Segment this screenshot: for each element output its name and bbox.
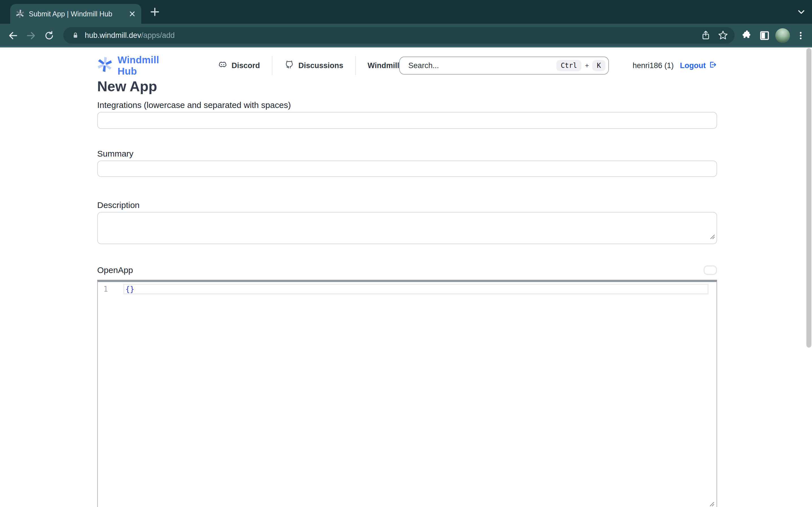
openapp-code-editor[interactable]: 1 {} xyxy=(97,280,717,507)
url-path: /apps/add xyxy=(141,31,175,40)
side-panel-icon[interactable] xyxy=(758,29,771,42)
address-bar[interactable]: hub.windmill.dev/apps/add xyxy=(63,27,735,44)
integrations-input[interactable] xyxy=(97,112,717,129)
url-host: hub.windmill.dev xyxy=(85,31,141,40)
editor-current-line xyxy=(123,284,708,294)
openapp-label: OpenApp xyxy=(97,266,133,275)
nav-link-discord[interactable]: Discord xyxy=(217,60,260,72)
site-header: Windmill Hub Discord Discussions xyxy=(97,53,717,78)
account-area: henri186 (1) Logout xyxy=(633,60,717,71)
forward-icon[interactable] xyxy=(24,29,38,42)
bookmark-star-icon[interactable] xyxy=(717,30,729,41)
search-input[interactable] xyxy=(407,61,556,71)
reload-icon[interactable] xyxy=(42,29,56,42)
site-nav: Discord Discussions Windmill xyxy=(217,56,399,75)
share-icon[interactable] xyxy=(700,30,711,41)
openapp-toggle[interactable] xyxy=(703,265,717,275)
extensions-icon[interactable] xyxy=(740,29,753,42)
browser-menu-icon[interactable] xyxy=(795,29,806,42)
nav-label: Discord xyxy=(232,61,260,70)
page-scrollbar[interactable] xyxy=(806,48,811,348)
browser-toolbar: hub.windmill.dev/apps/add xyxy=(0,24,812,48)
nav-label: Windmill xyxy=(368,61,399,70)
page-content: Windmill Hub Discord Discussions xyxy=(0,48,812,507)
profile-avatar[interactable] xyxy=(775,28,790,43)
discord-icon xyxy=(217,60,228,72)
discussions-icon xyxy=(284,60,294,72)
browser-window: Submit App | Windmill Hub hub.windmill.d… xyxy=(0,0,812,507)
nav-divider xyxy=(272,56,272,75)
browser-tab[interactable]: Submit App | Windmill Hub xyxy=(10,4,141,24)
kbd-k: K xyxy=(592,60,605,71)
summary-input[interactable] xyxy=(97,161,717,177)
logout-icon xyxy=(708,60,717,71)
new-tab-icon[interactable] xyxy=(148,5,162,19)
close-tab-icon[interactable] xyxy=(128,9,137,18)
new-app-form: New App Integrations (lowercase and sepa… xyxy=(97,78,717,507)
description-label: Description xyxy=(97,201,717,210)
url-text: hub.windmill.dev/apps/add xyxy=(85,31,175,40)
lock-icon[interactable] xyxy=(71,31,80,40)
kbd-plus: + xyxy=(585,62,589,69)
brand-name: Windmill Hub xyxy=(118,54,181,77)
back-icon[interactable] xyxy=(6,29,20,42)
tab-strip: Submit App | Windmill Hub xyxy=(0,0,812,24)
logout-link[interactable]: Logout xyxy=(680,60,717,71)
windmill-logo-icon xyxy=(97,57,113,74)
nav-link-discussions[interactable]: Discussions xyxy=(284,60,343,72)
logout-label: Logout xyxy=(680,61,706,70)
search-box[interactable]: Ctrl + K xyxy=(399,57,609,75)
tab-title: Submit App | Windmill Hub xyxy=(29,10,128,18)
description-textarea[interactable] xyxy=(97,212,717,244)
nav-divider xyxy=(355,56,356,75)
nav-link-windmill[interactable]: Windmill xyxy=(368,61,399,70)
nav-label: Discussions xyxy=(298,61,343,70)
tab-search-chevron-icon[interactable] xyxy=(795,6,808,17)
editor-code[interactable]: {} xyxy=(125,285,134,293)
page-title: New App xyxy=(97,78,717,95)
summary-label: Summary xyxy=(97,149,717,158)
windmill-favicon-icon xyxy=(16,10,24,18)
editor-resize-handle-icon[interactable] xyxy=(709,499,715,507)
editor-line-number: 1 xyxy=(98,285,108,293)
integrations-label: Integrations (lowercase and separated wi… xyxy=(97,101,717,110)
username-label: henri186 (1) xyxy=(633,61,674,70)
kbd-ctrl: Ctrl xyxy=(556,60,582,71)
brand-link[interactable]: Windmill Hub xyxy=(97,54,181,77)
resize-handle-icon[interactable] xyxy=(710,231,715,242)
